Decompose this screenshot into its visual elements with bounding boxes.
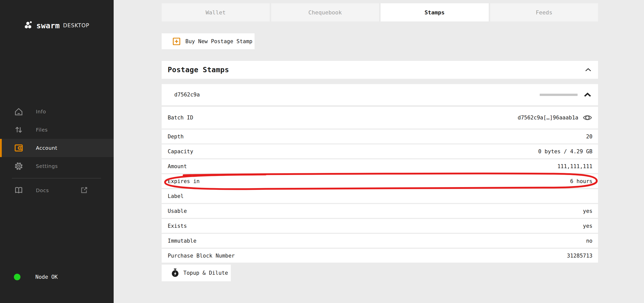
- sidebar-item-settings[interactable]: Settings: [0, 157, 114, 175]
- chevron-up-icon[interactable]: [584, 92, 591, 97]
- node-status-label: Node OK: [35, 274, 58, 280]
- sidebar-item-account[interactable]: Account: [0, 139, 114, 157]
- row-label: Depth: [168, 134, 184, 140]
- topup-dilute-button[interactable]: Topup & Dilute: [162, 265, 231, 281]
- postage-stamps-section-header[interactable]: Postage Stamps: [162, 61, 598, 79]
- tab-wallet[interactable]: Wallet: [162, 3, 270, 21]
- stamp-detail-row: Capacity 0 bytes / 4.29 GB: [162, 144, 598, 158]
- highlight-annotation: [160, 171, 600, 191]
- tab-bar: Wallet Chequebook Stamps Feeds: [162, 3, 598, 21]
- tab-feeds[interactable]: Feeds: [490, 3, 598, 21]
- row-value: no: [586, 238, 592, 244]
- sidebar-item-files[interactable]: Files: [0, 121, 114, 139]
- eye-icon[interactable]: [582, 113, 592, 123]
- tab-stamps[interactable]: Stamps: [381, 3, 489, 21]
- sidebar: swarm DESKTOP Info: [0, 0, 114, 303]
- row-label: Exists: [168, 223, 187, 229]
- plus-square-icon: [172, 37, 181, 46]
- row-value: yes: [583, 208, 592, 214]
- section-title: Postage Stamps: [168, 66, 229, 74]
- node-status: Node OK: [14, 274, 58, 280]
- chevron-up-icon[interactable]: [585, 68, 591, 72]
- stamp-detail-row: Usable yes: [162, 204, 598, 218]
- stamp-name: d7562c9a: [174, 92, 200, 98]
- sidebar-item-label: Account: [36, 145, 57, 151]
- app-window: swarm DESKTOP Info: [0, 0, 644, 303]
- row-label: Usable: [168, 208, 187, 214]
- transfer-arrows-icon: [14, 125, 23, 135]
- row-value: d7562c9a[…]96aaab1a: [518, 115, 578, 121]
- sidebar-divider: [12, 178, 101, 179]
- row-value: yes: [583, 223, 592, 229]
- main-content: Wallet Chequebook Stamps Feeds Buy New P…: [162, 0, 598, 281]
- buy-new-postage-stamp-button[interactable]: Buy New Postage Stamp: [162, 33, 255, 49]
- swarm-logo: swarm DESKTOP: [24, 21, 89, 30]
- sidebar-nav: Info Files: [0, 103, 114, 199]
- stamp-detail-row-expires: Expires in 6 hours: [162, 174, 598, 188]
- logo-suffix: DESKTOP: [63, 22, 89, 29]
- sidebar-item-label: Docs: [36, 187, 49, 193]
- sidebar-item-label: Settings: [36, 163, 58, 169]
- wallet-icon: [14, 143, 23, 153]
- stamp-detail-row: Label: [162, 189, 598, 203]
- stamp-detail-row: Depth 20: [162, 130, 598, 143]
- stamp-detail-row: Immutable no: [162, 234, 598, 248]
- stamp-usage-progress-bar: [540, 94, 578, 96]
- row-value: 6 hours: [570, 178, 592, 184]
- stamp-accordion-header[interactable]: d7562c9a: [162, 84, 598, 105]
- stamp-detail-row: Batch ID d7562c9a[…]96aaab1a: [162, 107, 598, 129]
- row-label: Amount: [168, 163, 187, 169]
- book-icon: [14, 186, 23, 195]
- row-label: Expires in: [168, 178, 200, 184]
- logo-name: swarm: [36, 21, 60, 30]
- buy-button-label: Buy New Postage Stamp: [185, 38, 253, 44]
- row-label: Immutable: [168, 238, 196, 244]
- stopwatch-icon: [171, 268, 179, 277]
- row-label: Batch ID: [168, 115, 193, 121]
- row-value: 0 bytes / 4.29 GB: [538, 148, 592, 155]
- row-value: 111,111,111: [557, 163, 592, 169]
- stamp-detail-row: Exists yes: [162, 219, 598, 233]
- sidebar-item-info[interactable]: Info: [0, 103, 114, 121]
- sidebar-item-label: Info: [36, 109, 46, 115]
- stamp-detail-row: Amount 111,111,111: [162, 159, 598, 173]
- sidebar-item-docs[interactable]: Docs: [0, 181, 114, 199]
- external-link-icon: [80, 186, 88, 195]
- tab-chequebook[interactable]: Chequebook: [271, 3, 379, 21]
- swarm-logo-icon: [24, 21, 34, 30]
- home-icon: [14, 107, 23, 116]
- row-value: 31285713: [567, 253, 592, 259]
- sidebar-item-label: Files: [36, 127, 48, 133]
- row-label: Purchase Block Number: [168, 253, 235, 259]
- row-value: 20: [586, 134, 592, 140]
- row-label: Label: [168, 193, 184, 199]
- gear-icon: [14, 161, 23, 171]
- stamp-detail-row: Purchase Block Number 31285713: [162, 249, 598, 263]
- topup-button-label: Topup & Dilute: [183, 270, 228, 276]
- node-status-dot: [14, 274, 20, 280]
- row-label: Capacity: [168, 148, 193, 155]
